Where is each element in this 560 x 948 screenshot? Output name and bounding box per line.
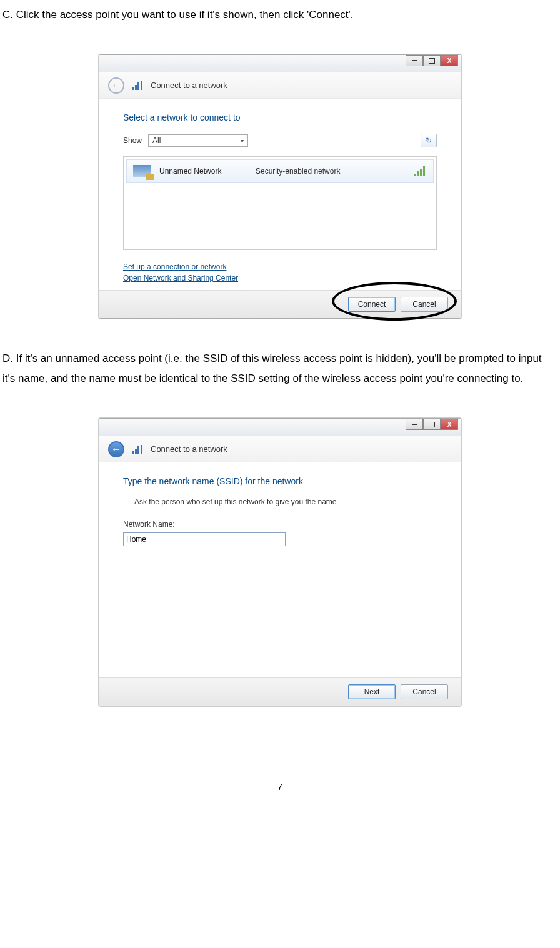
close-button[interactable]: X bbox=[441, 55, 458, 66]
next-button[interactable]: Next bbox=[348, 684, 396, 699]
instruction-c: C. Click the access point you want to us… bbox=[0, 5, 560, 24]
titlebar: X bbox=[99, 55, 461, 72]
cancel-button[interactable]: Cancel bbox=[401, 297, 448, 312]
dialog-content: Type the network name (SSID) for the net… bbox=[99, 462, 461, 677]
close-button[interactable]: X bbox=[441, 419, 458, 430]
instruction-d: D. If it's an unnamed access point (i.e.… bbox=[2, 349, 558, 388]
minimize-button[interactable] bbox=[406, 55, 423, 66]
show-label: Show bbox=[123, 136, 142, 145]
link-sharing-center[interactable]: Open Network and Sharing Center bbox=[123, 272, 437, 284]
nav-row: ← Connect to a network bbox=[99, 436, 461, 462]
dialog-content: Select a network to connect to Show All … bbox=[99, 99, 461, 290]
page-number: 7 bbox=[0, 781, 560, 792]
nav-title: Connect to a network bbox=[151, 81, 228, 90]
connect-network-dialog-1: X ← Connect to a network Select a networ… bbox=[99, 54, 461, 319]
minimize-button[interactable] bbox=[406, 419, 423, 430]
network-item-security: Security-enabled network bbox=[256, 167, 406, 176]
network-name-label: Network Name: bbox=[123, 520, 437, 529]
back-icon[interactable]: ← bbox=[108, 77, 124, 94]
network-item-name: Unnamed Network bbox=[159, 167, 247, 176]
section-title: Select a network to connect to bbox=[123, 112, 437, 122]
network-list: Unnamed Network Security-enabled network bbox=[123, 156, 437, 250]
back-icon[interactable]: ← bbox=[108, 441, 124, 457]
network-item[interactable]: Unnamed Network Security-enabled network bbox=[126, 159, 434, 183]
subnote: Ask the person who set up this network t… bbox=[134, 497, 437, 506]
window-controls: X bbox=[406, 55, 458, 72]
window-controls: X bbox=[406, 419, 458, 436]
show-filter-row: Show All ↻ bbox=[123, 134, 437, 147]
nav-title: Connect to a network bbox=[151, 444, 228, 454]
network-name-input[interactable] bbox=[123, 532, 286, 546]
network-icon bbox=[132, 445, 143, 454]
refresh-button[interactable]: ↻ bbox=[421, 134, 437, 147]
connect-network-dialog-2: X ← Connect to a network Type the networ… bbox=[99, 418, 461, 706]
signal-icon bbox=[414, 166, 427, 176]
dialog-footer: Next Cancel bbox=[99, 677, 461, 706]
maximize-button[interactable] bbox=[423, 55, 441, 66]
titlebar: X bbox=[99, 419, 461, 436]
maximize-button[interactable] bbox=[423, 419, 441, 430]
dialog-footer: Connect Cancel bbox=[99, 290, 461, 318]
links: Set up a connection or network Open Netw… bbox=[123, 261, 437, 284]
network-icon bbox=[132, 81, 143, 90]
show-dropdown[interactable]: All bbox=[148, 134, 248, 147]
refresh-icon: ↻ bbox=[426, 136, 432, 145]
connect-button[interactable]: Connect bbox=[348, 297, 396, 312]
show-dropdown-value: All bbox=[152, 136, 161, 145]
nav-row: ← Connect to a network bbox=[99, 72, 461, 99]
network-item-icon bbox=[133, 165, 151, 177]
section-title: Type the network name (SSID) for the net… bbox=[123, 476, 437, 486]
cancel-button[interactable]: Cancel bbox=[401, 684, 448, 699]
link-setup-connection[interactable]: Set up a connection or network bbox=[123, 261, 437, 272]
